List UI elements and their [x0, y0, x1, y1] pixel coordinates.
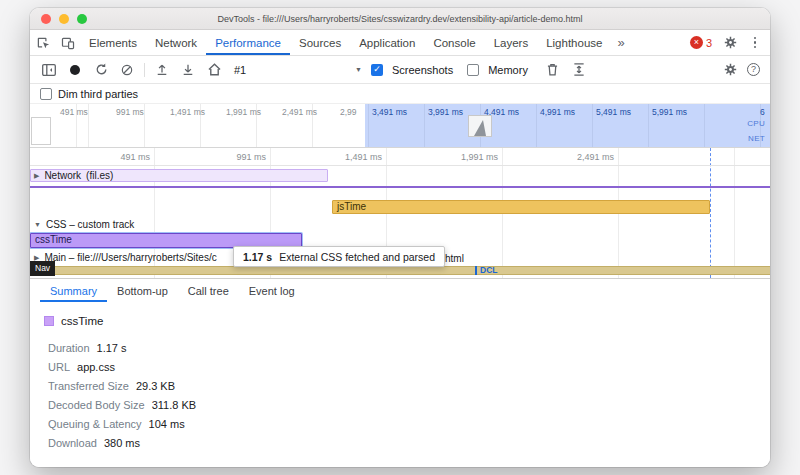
tab-console[interactable]: Console — [424, 30, 484, 55]
summary-row: Download 380 ms — [48, 433, 770, 452]
dcl-marker-line — [710, 148, 711, 278]
summary-row-value: 104 ms — [149, 418, 185, 430]
dim-third-parties-checkbox[interactable] — [40, 88, 52, 100]
summary-row-value: 1.17 s — [97, 342, 127, 354]
summary-title: cssTime — [61, 315, 103, 327]
settings-gear-icon[interactable] — [718, 36, 743, 49]
error-count: 3 — [706, 37, 712, 49]
error-icon: × — [690, 36, 703, 49]
summary-row-label: Decoded Body Size — [48, 399, 145, 411]
css-custom-track-header[interactable]: ▼ CSS – custom track — [34, 219, 134, 230]
minimize-button[interactable] — [59, 14, 69, 24]
screenshots-label[interactable]: Screenshots — [392, 64, 453, 76]
main-thread-track-header[interactable]: ▶ Main – file:///Users/harryroberts/Site… — [34, 252, 217, 263]
title-bar: DevTools - file:///Users/harryroberts/Si… — [30, 8, 770, 30]
overview-time-label: 3,991 ms — [428, 107, 463, 117]
devtools-window: DevTools - file:///Users/harryroberts/Si… — [30, 8, 770, 467]
help-icon[interactable]: ? — [747, 63, 760, 76]
tab-elements[interactable]: Elements — [80, 30, 146, 55]
memory-label[interactable]: Memory — [488, 64, 528, 76]
network-track-label: Network — [44, 170, 81, 181]
screenshot-thumbnail[interactable] — [468, 115, 492, 137]
live-metrics-home-icon[interactable] — [203, 59, 225, 81]
close-button[interactable] — [41, 14, 51, 24]
performance-toolbar: #1 ▼ ✓ Screenshots Memory ? — [30, 56, 770, 84]
summary-row-label: Duration — [48, 342, 90, 354]
more-options-kebab-icon[interactable] — [746, 37, 764, 49]
inspect-element-icon[interactable] — [30, 30, 55, 55]
window-title: DevTools - file:///Users/harryroberts/Si… — [218, 14, 583, 24]
summary-row-value: 311.8 KB — [152, 399, 196, 411]
tab-event-log[interactable]: Event log — [239, 279, 305, 302]
tab-summary[interactable]: Summary — [40, 279, 107, 302]
flame-chart[interactable]: 491 ms 991 ms 1,491 ms 1,991 ms 2,491 ms… — [30, 148, 770, 278]
overview-time-label: 4,991 ms — [540, 107, 575, 117]
cpu-lane-label: CPU — [747, 119, 765, 128]
summary-panel: cssTime Duration 1.17 s URL app.css Tran… — [30, 302, 770, 467]
net-lane-label: NET — [748, 134, 765, 143]
timeline-overview[interactable]: 491 ms 991 ms 1,491 ms 1,991 ms 2,491 ms… — [30, 104, 770, 148]
capture-settings-gear-icon[interactable] — [719, 59, 741, 81]
main-track-label-suffix: html — [445, 253, 464, 264]
record-icon — [70, 65, 80, 75]
tab-sources[interactable]: Sources — [290, 30, 350, 55]
dim-third-parties-label[interactable]: Dim third parties — [58, 88, 138, 100]
clear-button[interactable] — [116, 59, 138, 81]
summary-row: Transferred Size 29.3 KB — [48, 376, 770, 395]
ruler-label: 1,991 ms — [418, 152, 498, 162]
timings-lane-bar[interactable] — [30, 266, 770, 275]
summary-row-value: app.css — [77, 361, 115, 373]
jstime-bar[interactable]: jsTime — [332, 200, 710, 214]
tab-performance[interactable]: Performance — [206, 30, 290, 55]
toolbar-divider — [144, 63, 145, 77]
screenshots-checkbox[interactable]: ✓ — [371, 64, 383, 76]
tab-network[interactable]: Network — [146, 30, 206, 55]
summary-row-label: Transferred Size — [48, 380, 129, 392]
ruler-label: 1,491 ms — [302, 152, 382, 162]
page-thumbnail-shape — [474, 120, 486, 136]
memory-checkbox[interactable] — [467, 64, 479, 76]
network-track-divider — [30, 186, 770, 188]
summary-row: Decoded Body Size 311.8 KB — [48, 395, 770, 414]
csstime-color-swatch — [44, 316, 54, 326]
network-track-detail: (fil.es) — [86, 170, 113, 181]
css-track-label: CSS – custom track — [46, 219, 134, 230]
device-toolbar-icon[interactable] — [55, 30, 80, 55]
overview-time-label: 491 ms — [60, 107, 88, 117]
summary-row: Queuing & Latency 104 ms — [48, 414, 770, 433]
overview-time-label: 3,491 ms — [372, 107, 407, 117]
overview-time-label-cut: 6 — [760, 107, 765, 117]
save-profile-icon[interactable] — [177, 59, 199, 81]
event-tooltip: 1.17 s External CSS fetched and parsed — [233, 246, 445, 267]
tab-application[interactable]: Application — [350, 30, 424, 55]
tab-bottom-up[interactable]: Bottom-up — [107, 279, 178, 302]
toggle-sidebar-icon[interactable] — [38, 59, 60, 81]
tab-lighthouse[interactable]: Lighthouse — [537, 30, 611, 55]
record-button[interactable] — [64, 59, 86, 81]
overview-time-label: 1,491 ms — [170, 107, 205, 117]
summary-row-label: Queuing & Latency — [48, 418, 142, 430]
load-profile-icon[interactable] — [151, 59, 173, 81]
record-and-reload-button[interactable] — [90, 59, 112, 81]
filter-row: Dim third parties — [30, 84, 770, 104]
history-value: #1 — [234, 64, 246, 76]
tooltip-duration: 1.17 s — [243, 251, 272, 263]
main-track-label: Main – file:///Users/harryroberts/Sites/… — [44, 252, 216, 263]
tooltip-text: External CSS fetched and parsed — [279, 251, 435, 263]
up-down-arrows-icon[interactable] — [568, 59, 590, 81]
tab-call-tree[interactable]: Call tree — [178, 279, 239, 302]
history-select[interactable]: #1 ▼ — [229, 60, 367, 80]
zoom-button[interactable] — [77, 14, 87, 24]
timeline-ruler: 491 ms 991 ms 1,491 ms 1,991 ms 2,491 ms — [30, 148, 770, 166]
overview-time-label: 5,991 ms — [652, 107, 687, 117]
more-tabs-chevron-icon[interactable]: » — [611, 30, 630, 55]
summary-row: Duration 1.17 s — [48, 338, 770, 357]
console-error-badge[interactable]: × 3 — [687, 36, 715, 49]
overview-time-label: 991 ms — [116, 107, 144, 117]
screenshot-frame — [31, 117, 51, 145]
network-track-header[interactable]: ▶ Network (fil.es) — [34, 170, 113, 181]
collect-garbage-icon[interactable] — [542, 59, 564, 81]
summary-row-label: URL — [48, 361, 70, 373]
tab-layers[interactable]: Layers — [485, 30, 538, 55]
dcl-tick — [475, 266, 477, 275]
